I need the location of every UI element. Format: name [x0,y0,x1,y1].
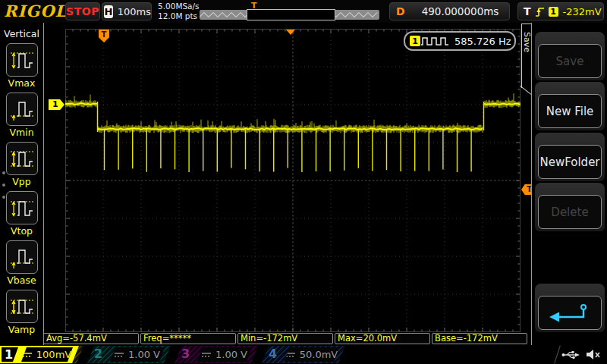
channel-2-tab[interactable]: 2 1.00 V [87,346,171,363]
trigger-label: T [524,5,531,17]
vpp-icon [9,146,35,171]
channel-1-scale: 100mV [21,347,73,362]
measurement-freq: Freq=***** [140,333,236,344]
ch1-level-marker[interactable]: 1 [49,99,64,110]
channel-number: 4 [269,347,277,361]
timebase-value: 100ms [118,6,151,17]
menu-item-vmin[interactable]: Vmin [0,93,43,138]
trigger-box: T 1 -232mV [517,2,604,20]
menu-item-label: Vmin [0,127,43,138]
softkey-slot: New File [535,82,605,130]
return-arrow-icon [546,301,594,325]
channel-scale-value: 1.00 V [215,349,247,360]
new-file-button[interactable]: New File [538,94,602,128]
preview-trigger-pin[interactable]: T [251,1,257,11]
vtop-icon [9,195,35,221]
rigol-logo: RIGOL [4,2,67,20]
delay-value: 490.000000ms [422,5,499,17]
channel-1-tab[interactable]: 1 100mV [0,346,83,363]
run-state-badge: STOP [65,2,100,20]
menu-item-label: Vamp [0,324,43,335]
horizontal-label: H [104,5,113,18]
trigger-source-badge: 1 [549,7,558,17]
trigger-level-value: -232mV [563,6,602,17]
memory-depth: 12.0M pts [158,11,200,21]
channel-1-active-tab: 1 100mV [0,346,79,363]
menu-item-vbase[interactable]: Vbase [0,240,43,286]
acquisition-info: 5.00MSa/s 12.0M pts [158,2,200,21]
softkey-slot [535,284,605,332]
vamp-icon [9,293,35,319]
menu-item-label: Vtop [0,225,43,237]
dc-coupling-icon [23,352,32,358]
back-button[interactable] [538,296,602,330]
square-wave-icon [420,36,449,46]
graticule-grid [65,29,521,332]
menu-item-vpp[interactable]: Vpp [0,142,43,187]
measurement-base: Base=-172mV [432,333,527,344]
timebase-box[interactable]: H 100ms [102,2,152,20]
rising-edge-icon [535,6,545,17]
waveform-display: 1 585.726 Hz 1 T T [44,23,531,345]
softkey-slot: NewFolder [535,133,605,181]
menu-item-vmax[interactable]: Vmax [0,43,43,89]
menu-item-vtop[interactable]: Vtop [0,191,43,237]
dc-coupling-icon [286,352,295,358]
right-menu-tab: Save [521,24,532,88]
status-icons [561,349,601,360]
run-state-text: STOP [66,5,99,17]
menu-scroll-dots [2,171,5,208]
channel-scale-value: 100mV [36,349,71,360]
counter-channel-badge: 1 [410,36,420,46]
speaker-muted-icon [586,349,601,360]
channel-3-tab[interactable]: 3 1.00 V [175,346,258,363]
softkey-slot: Save [535,32,605,80]
channel-3-scale: 1.00 V [197,347,252,362]
menu-item-vamp[interactable]: Vamp [0,290,43,335]
frequency-counter: 1 585.726 Hz [404,31,516,51]
channel-2-scale: 1.00 V [110,347,165,362]
menu-item-label: Vpp [0,176,43,187]
measurement-avg: Avg=-57.4mV [43,333,139,344]
channel-4-tab[interactable]: 4 50.0mV [262,346,345,363]
save-button[interactable]: Save [538,44,602,78]
measurement-bar: Avg=-57.4mV Freq=***** Min=-172mV Max=20… [43,333,527,344]
usb-icon [561,350,580,360]
softkey-slot: Delete [535,183,605,231]
channel-number: 2 [94,347,102,361]
vmin-icon [9,96,35,122]
right-softkey-menu: Save New File NewFolder Delete [531,23,607,345]
channel-number: 1 [2,347,18,362]
channel-number: 3 [181,347,190,361]
waveform-preview-bar[interactable]: T [200,10,379,20]
measurement-min: Min=-172mV [237,333,333,344]
new-folder-button[interactable]: NewFolder [538,145,602,179]
dc-coupling-icon [202,352,211,358]
channel-scale-value: 1.00 V [128,349,160,360]
preview-view-window[interactable] [247,9,335,20]
dc-coupling-icon [115,352,124,358]
menu-item-label: Vmax [0,77,43,89]
sample-rate: 5.00MSa/s [158,2,200,11]
left-menu-title: Vertical [0,23,43,39]
vmax-icon [9,47,35,73]
vbase-icon [9,244,35,270]
channel-status-bar: 1 100mV 2 1.00 V 3 [0,345,607,364]
menu-item-label: Vbase [0,275,43,286]
delete-button[interactable]: Delete [538,195,602,229]
channel-scale-value: 50.0mV [300,349,338,360]
channel-4-scale: 50.0mV [285,347,339,362]
counter-value: 585.726 Hz [454,36,511,47]
left-menu-vertical: Vertical Vmax Vmin Vpp [0,23,44,345]
bottombar-separator [554,345,561,363]
delay-box: D 490.000000ms [389,2,510,20]
delay-label: D [396,5,405,17]
top-status-bar: RIGOL STOP H 100ms 5.00MSa/s 12.0M pts T… [0,0,607,24]
center-reference-marker [286,30,295,35]
oscilloscope-screen: RIGOL STOP H 100ms 5.00MSa/s 12.0M pts T… [0,0,607,364]
measurement-max: Max=20.0mV [335,333,430,344]
